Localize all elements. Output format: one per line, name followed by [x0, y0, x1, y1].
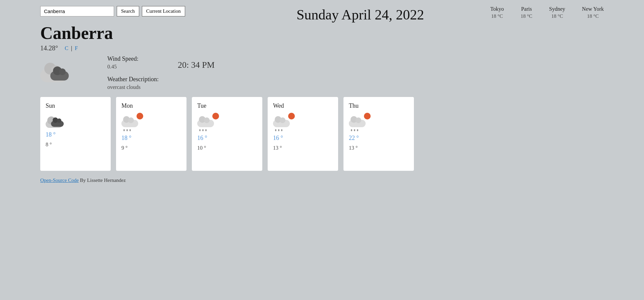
world-city-name: Paris: [521, 6, 532, 12]
forecast-low: 10 °: [197, 145, 256, 151]
world-city-paris: Paris 18 °C: [521, 6, 532, 19]
world-city-name: Tokyo: [490, 6, 504, 12]
forecast-low: 13 °: [273, 145, 331, 151]
sun-icon: [137, 113, 143, 119]
rain-icon: [199, 129, 207, 131]
forecast-card-thu: Thu 22 ° 13 °: [343, 97, 414, 171]
world-city-tokyo: Tokyo 18 °C: [490, 6, 504, 19]
forecast-low: 9 °: [121, 145, 180, 151]
forecast-card-wed: Wed 16 ° 13 °: [268, 97, 338, 171]
world-city-temp: 18 °C: [521, 13, 532, 19]
raindrop: [202, 129, 204, 131]
forecast-day: Wed: [273, 102, 331, 109]
forecast-card-mon: Mon 18 ° 9 °: [116, 97, 186, 171]
rain-icon: [123, 129, 131, 131]
rain-icon: [351, 129, 358, 131]
raindrop: [205, 129, 207, 131]
city-name: Canberra: [40, 23, 604, 43]
time-display: 20: 34 PM: [178, 60, 215, 70]
celsius-link[interactable]: C: [65, 45, 68, 51]
cloud-icon: [273, 120, 290, 127]
footer: Open-Source Code By Lissette Hernandez: [0, 178, 644, 183]
open-source-link[interactable]: Open-Source Code: [40, 178, 79, 183]
weather-desc-value: overcast clouds: [107, 84, 159, 90]
cloud-front: [51, 121, 64, 127]
world-city-name: Sydney: [549, 6, 565, 12]
cloud-icon: [121, 120, 138, 127]
sun-cloud-rain-icon: [349, 113, 371, 131]
unit-separator: |: [71, 45, 72, 51]
sun-icon: [288, 113, 295, 119]
forecast-card-sun: Sun 18 ° 8 °: [40, 97, 111, 171]
forecast-day: Thu: [349, 102, 407, 109]
raindrop: [129, 129, 131, 131]
forecast-low: 8 °: [46, 142, 104, 148]
forecast-day: Mon: [121, 102, 180, 109]
sun-cloud-rain-icon: [121, 113, 143, 131]
forecast-high: 16 °: [197, 135, 256, 142]
wind-speed-value: 0.45: [107, 64, 159, 70]
forecast-high: 22 °: [349, 135, 407, 142]
page-title: Sunday April 24, 2022: [297, 7, 424, 23]
cloud-front: [50, 71, 69, 81]
current-temp-row: 14.28° C | F: [40, 44, 604, 52]
sun-icon: [212, 113, 219, 119]
wind-description-area: Wind Speed: 0.45 Weather Description: ov…: [107, 55, 159, 90]
sun-cloud-rain-icon: [197, 113, 219, 131]
cloud-icon: [349, 120, 366, 127]
raindrop: [123, 129, 125, 131]
forecast-high: 18 °: [121, 135, 180, 142]
raindrop: [278, 129, 279, 131]
world-city-new-york: New York 18 °C: [582, 6, 604, 19]
raindrop: [199, 129, 201, 131]
weather-details: Wind Speed: 0.45 Weather Description: ov…: [40, 55, 604, 90]
footer-author: By Lissette Hernandez: [79, 178, 126, 183]
forecast-low: 13 °: [349, 145, 407, 151]
raindrop: [357, 129, 358, 131]
raindrop: [281, 129, 282, 131]
forecast-card-tue: Tue 16 ° 10 °: [192, 97, 262, 171]
world-city-temp: 18 °C: [587, 13, 599, 19]
world-city-name: New York: [582, 6, 604, 12]
world-city-sydney: Sydney 18 °C: [549, 6, 565, 19]
sun-cloud-rain-icon: [273, 113, 295, 131]
fahrenheit-link[interactable]: F: [75, 45, 78, 51]
world-city-temp: 18 °C: [551, 13, 563, 19]
current-weather-icon: [40, 55, 80, 82]
world-cities: Tokyo 18 °C Paris 18 °C Sydney 18 °C New…: [490, 6, 604, 19]
weather-desc-label: Weather Description:: [107, 76, 159, 83]
wind-speed-label: Wind Speed:: [107, 55, 159, 62]
raindrop: [354, 129, 355, 131]
forecast-day: Tue: [197, 102, 256, 109]
world-city-temp: 18 °C: [491, 13, 503, 19]
raindrop: [275, 129, 276, 131]
current-temp: 14.28°: [40, 44, 58, 52]
current-location-button[interactable]: Current Location: [142, 6, 185, 16]
search-button[interactable]: Search: [117, 6, 139, 16]
forecast-row: Sun 18 ° 8 ° Mon: [40, 97, 604, 171]
raindrop: [126, 129, 128, 131]
raindrop: [351, 129, 352, 131]
forecast-high: 16 °: [273, 135, 331, 142]
cloud-icon: [197, 120, 214, 127]
forecast-day: Sun: [46, 102, 104, 109]
rain-icon: [275, 129, 282, 131]
main-content: Canberra 20: 34 PM 14.28° C | F Wind Spe…: [0, 23, 644, 171]
sun-icon: [364, 113, 371, 119]
temp-units: C | F: [65, 45, 78, 51]
clouds-icon: [46, 113, 67, 128]
search-input[interactable]: [40, 6, 114, 16]
forecast-high: 18 °: [46, 131, 104, 138]
